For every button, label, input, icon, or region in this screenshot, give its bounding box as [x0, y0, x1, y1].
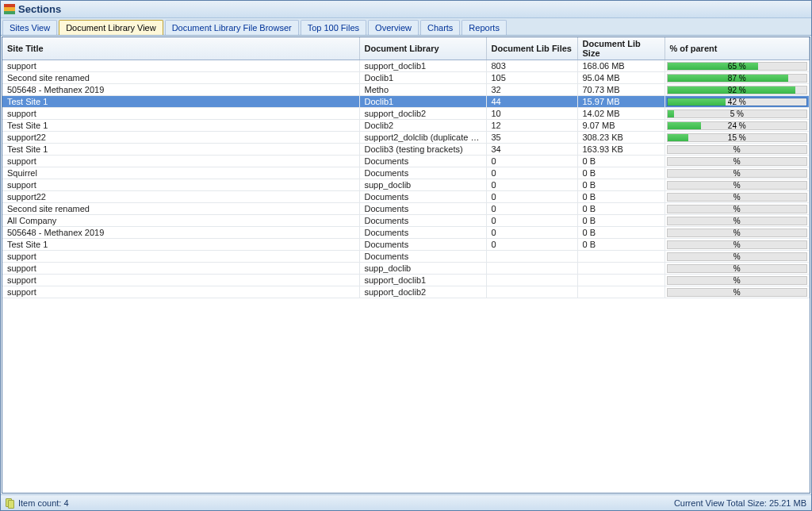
data-grid[interactable]: Site Title Document Library Document Lib…	[2, 36, 810, 494]
cell-size: 14.02 MB	[577, 108, 665, 120]
cell-site: Test Site 1	[2, 120, 359, 132]
table-row[interactable]: 505648 - Methanex 2019Metho3270.73 MB92 …	[2, 84, 810, 96]
table-row[interactable]: supportsupport_doclib2%	[2, 286, 810, 298]
table-row[interactable]: All CompanyDocuments00 B%	[2, 215, 810, 227]
cell-library: Doclib1	[359, 96, 486, 108]
cell-site: support	[2, 156, 359, 167]
cell-percent: %	[665, 179, 810, 191]
tab-reports[interactable]: Reports	[462, 20, 507, 35]
cell-files: 0	[486, 191, 577, 203]
percent-bar: %	[667, 264, 808, 273]
table-row[interactable]: SquirrelDocuments00 B%	[2, 167, 810, 179]
cell-files: 0	[486, 156, 577, 167]
cell-site: support	[2, 179, 359, 191]
sections-icon	[4, 4, 15, 15]
percent-bar: 65 %	[667, 62, 808, 71]
cell-files: 0	[486, 167, 577, 179]
table-row[interactable]: Test Site 1Doclib3 (testing brackets)341…	[2, 144, 810, 156]
cell-library: Documents	[359, 251, 486, 263]
cell-site: support	[2, 286, 359, 298]
column-header-row: Site Title Document Library Document Lib…	[2, 37, 810, 60]
cell-size: 15.97 MB	[577, 96, 665, 108]
status-bar: Item count: 4 Current View Total Size: 2…	[1, 494, 811, 510]
cell-percent: 65 %	[665, 60, 810, 72]
cell-library: Documents	[359, 156, 486, 167]
cell-files: 0	[486, 179, 577, 191]
cell-files: 0	[486, 215, 577, 227]
table-row[interactable]: Test Site 1Doclib2129.07 MB24 %	[2, 120, 810, 132]
cell-size: 95.04 MB	[577, 72, 665, 84]
cell-library: Documents	[359, 203, 486, 215]
table-row[interactable]: Second site renamedDocuments00 B%	[2, 203, 810, 215]
cell-size: 168.06 MB	[577, 60, 665, 72]
tab-document-library-file-browser[interactable]: Document Library File Browser	[165, 20, 299, 35]
tab-document-library-view[interactable]: Document Library View	[59, 20, 163, 35]
table-row[interactable]: 505648 - Methanex 2019Documents00 B%	[2, 227, 810, 239]
table-row[interactable]: support22Documents00 B%	[2, 191, 810, 203]
cell-library: Doclib3 (testing brackets)	[359, 144, 486, 156]
percent-bar: %	[667, 288, 808, 297]
cell-percent: %	[665, 239, 810, 251]
cell-site: support	[2, 275, 359, 286]
cell-percent: %	[665, 191, 810, 203]
cell-files	[486, 251, 577, 263]
table-row[interactable]: Test Site 1Documents00 B%	[2, 239, 810, 251]
cell-files	[486, 275, 577, 286]
cell-percent: 87 %	[665, 72, 810, 84]
cell-library: Documents	[359, 227, 486, 239]
cell-files: 105	[486, 72, 577, 84]
cell-site: support22	[2, 132, 359, 144]
cell-files: 44	[486, 96, 577, 108]
table-row[interactable]: supportsupp_doclib00 B%	[2, 179, 810, 191]
cell-library: Doclib1	[359, 72, 486, 84]
percent-bar: %	[667, 169, 808, 178]
col-site-title[interactable]: Site Title	[2, 37, 359, 60]
table-row[interactable]: support22support2_dolclib (duplicate sit…	[2, 132, 810, 144]
tab-top-100-files[interactable]: Top 100 Files	[301, 20, 366, 35]
table-row[interactable]: supportsupport_doclib1803168.06 MB65 %	[2, 60, 810, 72]
tab-charts[interactable]: Charts	[420, 20, 460, 35]
cell-size: 0 B	[577, 227, 665, 239]
cell-site: Second site renamed	[2, 203, 359, 215]
cell-library: Documents	[359, 215, 486, 227]
table-row[interactable]: Test Site 1Doclib14415.97 MB42 %	[2, 96, 810, 108]
table-row[interactable]: supportsupp_doclib%	[2, 263, 810, 275]
table-row[interactable]: supportDocuments00 B%	[2, 156, 810, 167]
cell-files: 32	[486, 84, 577, 96]
cell-percent: 42 %	[665, 96, 810, 108]
cell-site: support	[2, 263, 359, 275]
table-row[interactable]: supportsupport_doclib21014.02 MB5 %	[2, 108, 810, 120]
cell-size: 0 B	[577, 191, 665, 203]
cell-percent: %	[665, 156, 810, 167]
cell-size: 70.73 MB	[577, 84, 665, 96]
cell-size: 0 B	[577, 156, 665, 167]
cell-library: supp_doclib	[359, 263, 486, 275]
cell-size: 0 B	[577, 203, 665, 215]
col-lib-size[interactable]: Document Lib Size	[577, 37, 665, 60]
cell-size	[577, 251, 665, 263]
cell-percent: %	[665, 251, 810, 263]
cell-percent: %	[665, 203, 810, 215]
cell-size: 0 B	[577, 179, 665, 191]
table-row[interactable]: Second site renamedDoclib110595.04 MB87 …	[2, 72, 810, 84]
table-row[interactable]: supportDocuments%	[2, 251, 810, 263]
tab-overview[interactable]: Overview	[368, 20, 419, 35]
table-row[interactable]: supportsupport_doclib1%	[2, 275, 810, 286]
cell-percent: %	[665, 167, 810, 179]
col-pct-parent[interactable]: % of parent	[665, 37, 810, 60]
cell-size	[577, 275, 665, 286]
cell-library: Documents	[359, 167, 486, 179]
tab-sites-view[interactable]: Sites View	[2, 20, 57, 35]
cell-site: All Company	[2, 215, 359, 227]
percent-bar: %	[667, 229, 808, 237]
cell-size: 9.07 MB	[577, 120, 665, 132]
col-lib-files[interactable]: Document Lib Files	[486, 37, 577, 60]
percent-bar: 5 %	[667, 110, 808, 118]
cell-percent: %	[665, 275, 810, 286]
cell-library: Documents	[359, 239, 486, 251]
cell-files: 803	[486, 60, 577, 72]
percent-bar: %	[667, 217, 808, 225]
cell-library: support_doclib2	[359, 286, 486, 298]
col-doc-library[interactable]: Document Library	[359, 37, 486, 60]
cell-library: Documents	[359, 191, 486, 203]
